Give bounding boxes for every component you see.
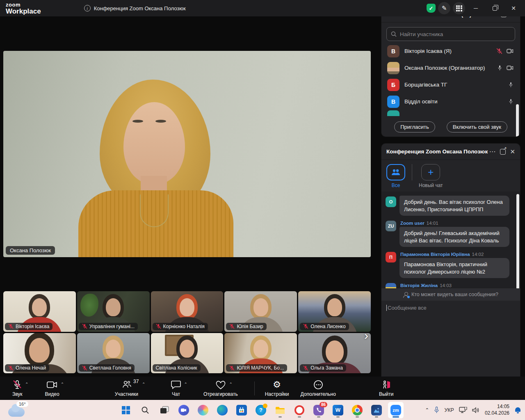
muted-mic-icon <box>303 324 308 329</box>
person-check-icon <box>403 292 409 297</box>
chat-chevron[interactable]: ⌃ <box>184 382 187 386</box>
settings-button[interactable]: ⚙ Настройки <box>265 379 289 397</box>
participant-row[interactable]: Б Борщагівська ТГ <box>381 76 520 93</box>
next-page-arrow[interactable]: › <box>361 326 372 345</box>
tray-expand-chevron[interactable]: ⌃ <box>425 407 429 413</box>
react-chevron[interactable]: ⌃ <box>229 382 232 386</box>
chrome-center <box>355 408 360 413</box>
volume-icon[interactable] <box>472 407 480 413</box>
participants-icon <box>121 380 131 389</box>
temperature-label: 16° <box>16 401 28 407</box>
zoom-app[interactable]: zm <box>388 402 404 418</box>
start-button[interactable] <box>118 402 134 418</box>
react-button[interactable]: ⌃ Отреагировать <box>203 379 238 397</box>
video-tile[interactable]: Ольга Замана <box>298 333 371 374</box>
video-tile[interactable]: Олена Нечай <box>3 333 76 374</box>
restore-icon <box>493 6 497 11</box>
camera-icon <box>507 48 514 54</box>
minimize-button[interactable]: ─ <box>468 2 484 14</box>
restore-button[interactable] <box>486 2 503 14</box>
video-chevron[interactable]: ⌃ <box>61 382 64 386</box>
opera-app[interactable] <box>292 402 307 418</box>
close-chat-icon[interactable]: ✕ <box>510 148 515 155</box>
participant-row[interactable]: B Відділ освіти <box>381 93 520 110</box>
chat-scrollbar[interactable] <box>516 194 519 288</box>
security-shield-icon[interactable]: ✓ <box>427 4 436 13</box>
close-button[interactable]: ✕ <box>505 2 522 14</box>
popout-icon[interactable] <box>500 149 506 155</box>
tray-mic-icon[interactable] <box>434 406 439 413</box>
message-time: 14:02 <box>472 252 484 257</box>
video-tile[interactable]: Юлія Базир <box>224 291 297 332</box>
info-icon[interactable]: i <box>84 5 91 11</box>
copilot-app[interactable] <box>195 402 211 418</box>
more-options-icon[interactable]: ⋯ <box>489 148 496 155</box>
participants-chevron[interactable]: ⌃ <box>142 382 145 386</box>
message-bubble: Парамонова Вікторія, практичний психолог… <box>399 258 509 278</box>
network-icon[interactable] <box>459 407 467 413</box>
chat-button[interactable]: ⌃ Чат <box>171 379 181 397</box>
annotate-pencil-icon[interactable]: ✎ <box>438 2 450 14</box>
viber-app[interactable]: 86 <box>311 402 326 418</box>
search-icon <box>391 31 397 37</box>
search-icon <box>141 406 149 414</box>
video-tile[interactable]: ЮЛІЯ МАРЧУК, Бо... <box>224 333 297 374</box>
participant-search[interactable] <box>386 27 515 41</box>
mic-icon <box>497 65 502 71</box>
participant-search-input[interactable] <box>400 31 511 37</box>
video-tile[interactable]: Світлана Колісник <box>151 333 224 374</box>
language-indicator[interactable]: УКР <box>444 407 454 413</box>
participant-row-partial[interactable] <box>381 110 520 116</box>
video-tile[interactable]: Корнієнко Наталія <box>151 291 224 332</box>
participant-row[interactable]: Оксана Полозюк (Организатор) <box>381 59 520 76</box>
participant-name: Вікторія Ісаєва (Я) <box>404 48 491 54</box>
taskbar-search-button[interactable] <box>137 402 153 418</box>
message-bubble: Добрий день. Вас вітає психолог Олена Ли… <box>399 196 509 216</box>
more-button[interactable]: Дополнительно <box>301 379 336 397</box>
apps-grid-icon[interactable] <box>453 2 465 14</box>
file-explorer-app[interactable] <box>272 402 288 418</box>
chat-message-input[interactable] <box>386 305 515 311</box>
video-button[interactable]: ⌃ Видео <box>45 379 59 397</box>
avatar-photo <box>386 283 396 288</box>
invite-button[interactable]: Пригласить <box>394 121 435 132</box>
visibility-note-bar[interactable]: Кто может видеть ваши сообщения? <box>381 288 520 301</box>
participant-row[interactable]: B Вікторія Ісаєва (Я) <box>381 43 520 59</box>
unmute-self-button[interactable]: Включить свой звук <box>447 121 507 132</box>
folder-icon <box>275 406 285 414</box>
clock[interactable]: 14:05 02.04.2026 <box>485 404 509 416</box>
participants-panel: Участники (37) ✕ B Вікторія Ісаєва (Я) О… <box>381 6 520 137</box>
chrome-app[interactable] <box>349 402 365 418</box>
message-bubble: Добрий день! Глеваський академічний ліце… <box>399 227 509 247</box>
video-tile[interactable]: Вікторія Ісаєва <box>3 291 76 332</box>
video-tile[interactable]: Олена Лисенко <box>298 291 371 332</box>
notification-bell-icon[interactable] <box>514 406 522 414</box>
task-view-button[interactable] <box>157 402 172 418</box>
grid-glyph <box>456 5 462 11</box>
video-tile[interactable]: Светлана Головня <box>77 333 150 374</box>
audio-chevron[interactable]: ⌃ <box>25 382 28 386</box>
plus-icon: + <box>428 167 434 178</box>
task-view-icon <box>160 406 169 414</box>
avatar: ZU <box>386 221 396 231</box>
leave-button[interactable]: Выйти <box>379 379 394 397</box>
photos-app[interactable] <box>369 402 384 418</box>
video-tile[interactable]: Управління гумані... <box>77 291 150 332</box>
participants-button[interactable]: 37 ⌃ Участники <box>115 379 138 397</box>
word-app[interactable]: W <box>330 402 346 418</box>
chat-messages[interactable]: O Добрий день. Вас вітає психолог Олена … <box>381 192 520 288</box>
zoom-letter: zm <box>393 408 399 413</box>
tab-new-chat[interactable]: + Новый чат <box>419 164 443 188</box>
weather-widget[interactable]: 16° <box>5 402 34 418</box>
main-speaker-video[interactable]: Оксана Полозюк <box>3 51 371 257</box>
video-chat-app[interactable] <box>176 402 192 418</box>
tile-name: Олена Лисенко <box>310 324 345 329</box>
tray-date: 02.04.2026 <box>485 410 509 417</box>
windows-taskbar: 16° ? <box>0 400 525 420</box>
tab-all[interactable]: Все <box>386 164 405 188</box>
window-titlebar: zoom Workplace i Конференция Zoom Оксана… <box>0 0 525 16</box>
get-help-app[interactable]: ? <box>253 402 269 418</box>
audio-button[interactable]: ⌃ Звук <box>12 379 23 397</box>
microsoft-store-app[interactable] <box>234 402 249 418</box>
edge-app[interactable] <box>215 402 230 418</box>
